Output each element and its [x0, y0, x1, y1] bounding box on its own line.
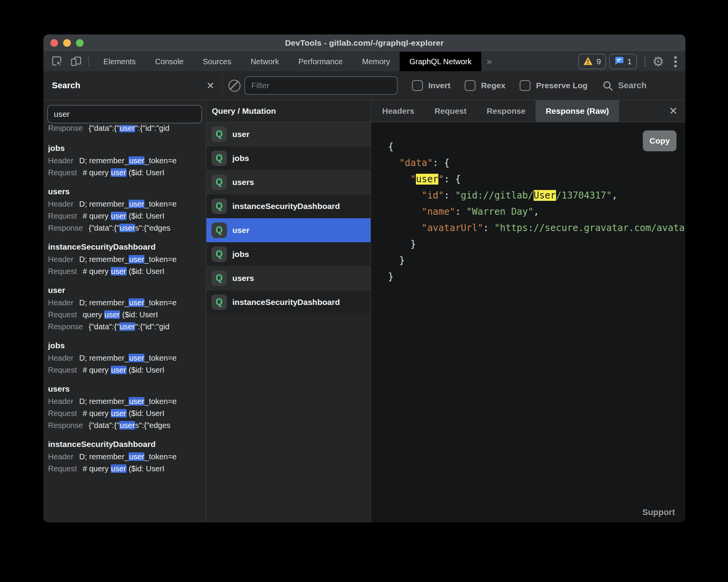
result-group-title: jobs	[48, 339, 206, 352]
query-row-jobs[interactable]: Qjobs	[206, 242, 371, 266]
tab-elements[interactable]: Elements	[94, 52, 145, 71]
result-line-text: ($id: UserI	[120, 310, 158, 319]
result-line-header[interactable]: HeaderD; remember_user_token=e	[48, 155, 206, 167]
result-line-request[interactable]: Requestquery user ($id: UserI	[48, 309, 206, 321]
result-group-instancesecuritydashboard: instanceSecurityDashboardHeaderD; rememb…	[48, 240, 206, 277]
kebab-menu-icon[interactable]	[674, 56, 677, 67]
query-row-users[interactable]: Qusers	[206, 170, 371, 194]
support-link[interactable]: Support	[642, 507, 675, 517]
result-line-request[interactable]: Request# query user ($id: UserI	[48, 210, 206, 222]
result-line-request[interactable]: Request# query user ($id: UserI	[48, 364, 206, 376]
clear-log-icon[interactable]	[228, 80, 240, 92]
result-line-response[interactable]: Response{"data":{"users":{"edges	[48, 222, 206, 234]
result-group-title: instanceSecurityDashboard	[48, 240, 206, 253]
search-match-highlight: user	[129, 452, 144, 461]
search-input[interactable]	[47, 105, 202, 123]
query-row-jobs[interactable]: Qjobs	[206, 146, 371, 170]
result-line-request[interactable]: Request# query user ($id: UserI	[48, 265, 206, 277]
tab-performance[interactable]: Performance	[289, 52, 353, 71]
json-segment: "https://secure.gravatar.com/avatarAAAA	[494, 223, 685, 233]
result-line-text: {"data":{"	[89, 322, 119, 331]
result-line-text: D; remember_	[79, 354, 129, 362]
checkbox-preserve-log[interactable]	[520, 80, 531, 91]
tab-sources[interactable]: Sources	[193, 52, 241, 71]
tab-network[interactable]: Network	[241, 52, 288, 71]
result-line-text: D; remember_	[79, 156, 129, 165]
messages-badge[interactable]: 1	[609, 54, 637, 69]
search-match-highlight: user	[119, 421, 135, 430]
result-line-header[interactable]: HeaderD; remember_user_token=e	[48, 395, 206, 407]
query-row-label: users	[232, 274, 254, 283]
result-line-text: ($id: UserI	[127, 212, 165, 220]
result-group-title: user	[48, 283, 206, 297]
more-tabs-chevron-icon[interactable]: »	[487, 56, 492, 67]
result-group-instancesecuritydashboard: instanceSecurityDashboardHeaderD; rememb…	[48, 437, 206, 475]
checkbox-invert[interactable]	[412, 80, 423, 91]
result-line-text: {"data":{"	[89, 125, 119, 132]
result-line-request[interactable]: Request# query user ($id: UserI	[48, 167, 206, 179]
detail-tab-response-raw[interactable]: Response (Raw)	[536, 100, 619, 122]
warnings-badge[interactable]: 9	[578, 54, 606, 69]
result-line-response[interactable]: Response{"data":{"users":{"edges	[48, 419, 206, 431]
query-row-users[interactable]: Qusers	[206, 266, 371, 290]
result-line-header[interactable]: HeaderD; remember_user_token=e	[48, 198, 206, 210]
detail-tab-request[interactable]: Request	[424, 100, 477, 122]
tab-memory[interactable]: Memory	[352, 52, 400, 71]
query-list-header: Query / Mutation	[206, 100, 371, 122]
json-highlight: user	[416, 174, 438, 185]
json-segment: }	[388, 239, 416, 250]
minimize-window-button[interactable]	[63, 39, 71, 47]
close-window-button[interactable]	[50, 39, 58, 47]
result-line-header[interactable]: HeaderD; remember_user_token=e	[48, 352, 206, 364]
result-line-header[interactable]: HeaderD; remember_user_token=e	[48, 451, 206, 463]
inspect-element-icon[interactable]	[52, 56, 63, 67]
result-line-text: _token=e	[144, 298, 177, 307]
settings-gear-icon[interactable]: ⚙	[652, 55, 664, 68]
result-line-text: {"data":{"	[89, 224, 119, 232]
json-line: "avatarUrl": "https://secure.gravatar.co…	[388, 220, 685, 236]
clipped-result-line: Response{"data":{"user":{"id":"gid	[48, 125, 206, 135]
copy-button[interactable]: Copy	[643, 130, 676, 151]
checkbox-regex[interactable]	[465, 80, 476, 91]
detail-tab-headers[interactable]: Headers	[372, 100, 424, 122]
query-row-user[interactable]: Quser	[206, 218, 371, 242]
search-match-highlight: user	[111, 409, 127, 418]
result-group-title: jobs	[48, 141, 206, 155]
detail-tab-response[interactable]: Response	[477, 100, 536, 122]
search-panel-close-icon[interactable]: ✕	[206, 80, 215, 91]
tabbar-divider	[88, 56, 89, 67]
result-line-header[interactable]: HeaderD; remember_user_token=e	[48, 253, 206, 265]
result-line-request[interactable]: Request# query user ($id: UserI	[48, 407, 206, 419]
window-title: DevTools - gitlab.com/-/graphql-explorer	[285, 38, 444, 48]
search-input-wrap	[43, 100, 206, 123]
json-line: }	[388, 236, 685, 252]
result-line-text: ":{"id":"gid	[135, 125, 169, 132]
json-line: }	[388, 269, 685, 285]
json-segment: : {	[444, 174, 461, 185]
tab-graphql-network[interactable]: GraphQL Network	[400, 52, 481, 71]
filter-input[interactable]	[244, 76, 398, 95]
result-line-response[interactable]: Response{"data":{"user":{"id":"gid	[48, 125, 206, 134]
result-line-response[interactable]: Response{"data":{"user":{"id":"gid	[48, 321, 206, 333]
result-line-label: Request	[48, 366, 77, 374]
query-row-instancesecuritydashboard[interactable]: QinstanceSecurityDashboard	[206, 194, 371, 218]
json-line: "data": {	[388, 155, 685, 171]
search-match-highlight: user	[129, 298, 144, 307]
search-control[interactable]: Search	[603, 80, 646, 91]
query-row-user[interactable]: Quser	[206, 122, 371, 146]
tabbar-tools	[43, 56, 82, 67]
result-line-header[interactable]: HeaderD; remember_user_token=e	[48, 297, 206, 309]
search-match-highlight: user	[111, 267, 127, 276]
filter-band: Search ✕ InvertRegexPreserve Log Search	[43, 71, 685, 100]
result-line-text: ($id: UserI	[127, 464, 165, 473]
result-line-request[interactable]: Request# query user ($id: UserI	[48, 463, 206, 475]
json-segment	[388, 223, 422, 233]
device-toolbar-icon[interactable]	[70, 56, 82, 67]
zoom-window-button[interactable]	[76, 39, 84, 47]
result-line-text: # query	[83, 366, 111, 374]
detail-panel-close-icon[interactable]: ✕	[669, 105, 678, 117]
detail-tabs: HeadersRequestResponseResponse (Raw)✕	[371, 100, 685, 122]
query-row-instancesecuritydashboard[interactable]: QinstanceSecurityDashboard	[206, 290, 371, 314]
tab-console[interactable]: Console	[145, 52, 193, 71]
json-line: "user": {	[388, 171, 685, 187]
